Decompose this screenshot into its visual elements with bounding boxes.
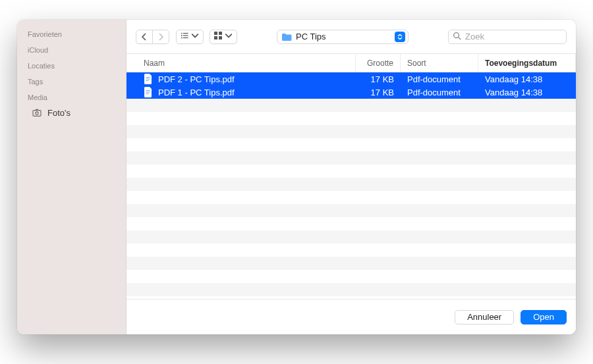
back-button[interactable]: [136, 30, 153, 44]
column-headers: Naam Grootte Soort Toevoegingsdatum: [127, 54, 576, 72]
sidebar-item-label: Foto's: [47, 108, 71, 118]
folder-icon: [281, 32, 292, 41]
svg-rect-15: [146, 80, 149, 81]
column-size[interactable]: Grootte: [356, 54, 401, 72]
svg-rect-14: [146, 79, 150, 80]
document-icon: [144, 74, 153, 84]
view-list-button[interactable]: [176, 30, 204, 44]
svg-rect-10: [214, 36, 217, 39]
search-icon: [453, 32, 461, 42]
forward-button[interactable]: [152, 30, 169, 44]
file-open-dialog: Favorieten iCloud Locaties Tags Media Fo…: [17, 20, 576, 334]
path-label: PC Tips: [296, 32, 391, 41]
svg-point-12: [454, 32, 459, 38]
column-name[interactable]: Naam: [127, 54, 356, 72]
svg-point-2: [181, 33, 183, 34]
file-kind: Pdf-document: [401, 88, 478, 97]
sidebar-item-photos[interactable]: Foto's: [21, 105, 122, 120]
sidebar-section-icloud[interactable]: iCloud: [17, 41, 126, 57]
svg-rect-5: [183, 35, 188, 36]
svg-rect-7: [183, 38, 188, 38]
cancel-button[interactable]: Annuleer: [455, 310, 514, 325]
svg-point-1: [36, 112, 38, 115]
nav-back-forward: [136, 30, 169, 44]
file-name: PDF 2 - PC Tips.pdf: [158, 74, 235, 84]
svg-point-4: [181, 35, 183, 36]
sidebar-section-favorites[interactable]: Favorieten: [17, 25, 126, 41]
svg-rect-0: [33, 111, 41, 117]
svg-rect-9: [219, 32, 222, 35]
path-popup[interactable]: PC Tips: [277, 30, 409, 44]
view-options-button[interactable]: [210, 30, 237, 44]
svg-rect-3: [183, 33, 188, 34]
svg-rect-16: [146, 90, 150, 91]
main-panel: PC Tips Naam Grootte Soort Toevoegingsda…: [127, 20, 576, 334]
sidebar-section-media[interactable]: Media: [17, 88, 126, 104]
table-row[interactable]: PDF 1 - PC Tips.pdf 17 KB Pdf-document V…: [127, 86, 576, 99]
svg-rect-17: [146, 92, 150, 93]
svg-rect-11: [219, 36, 222, 39]
file-date: Vandaag 14:38: [478, 74, 576, 84]
empty-rows: [127, 99, 576, 299]
svg-rect-8: [214, 32, 217, 35]
chevron-down-icon: [191, 32, 199, 41]
table-row[interactable]: PDF 2 - PC Tips.pdf 17 KB Pdf-document V…: [127, 72, 576, 86]
column-kind[interactable]: Soort: [401, 54, 478, 72]
file-date: Vandaag 14:38: [478, 88, 576, 97]
svg-rect-13: [146, 77, 150, 78]
search-input[interactable]: [465, 32, 562, 41]
file-size: 17 KB: [356, 88, 401, 97]
sidebar-section-locations[interactable]: Locaties: [17, 57, 126, 72]
svg-point-6: [181, 37, 183, 38]
open-button[interactable]: Open: [521, 310, 567, 325]
search-field[interactable]: [448, 30, 567, 44]
toolbar: PC Tips: [127, 20, 576, 54]
sidebar-section-tags[interactable]: Tags: [17, 72, 126, 88]
sidebar: Favorieten iCloud Locaties Tags Media Fo…: [17, 20, 127, 334]
document-icon: [144, 87, 153, 97]
file-name: PDF 1 - PC Tips.pdf: [158, 88, 235, 97]
dialog-footer: Annuleer Open: [127, 299, 576, 334]
file-size: 17 KB: [356, 74, 401, 84]
camera-icon: [32, 107, 42, 118]
column-date[interactable]: Toevoegingsdatum: [478, 54, 576, 72]
grid-icon: [214, 32, 222, 41]
file-kind: Pdf-document: [401, 74, 478, 84]
list-icon: [181, 32, 188, 41]
file-list[interactable]: PDF 2 - PC Tips.pdf 17 KB Pdf-document V…: [127, 72, 576, 299]
chevron-down-icon: [225, 32, 233, 41]
svg-rect-18: [146, 93, 149, 94]
path-updown-icon: [395, 32, 405, 42]
